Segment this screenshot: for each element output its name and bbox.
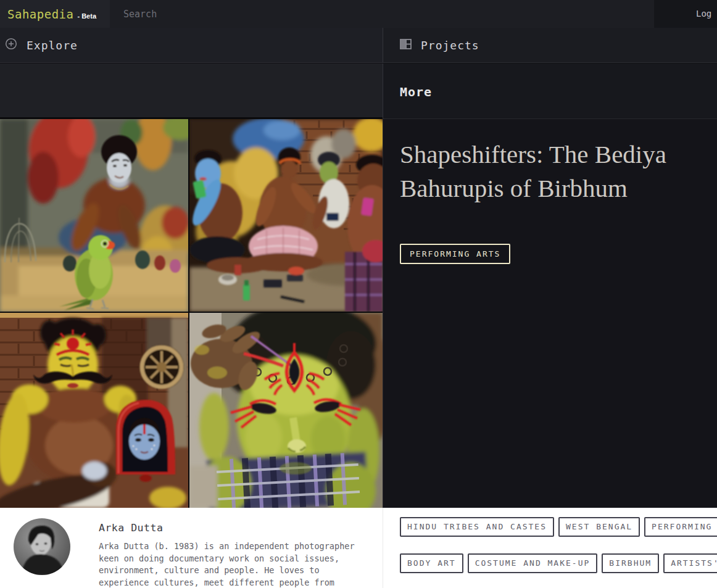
photo-performer-parrot[interactable] [0, 119, 188, 312]
tag-row: BODY ART COSTUME AND MAKE-UP BIRBHUM ART… [400, 553, 717, 573]
photo-makeup-group[interactable] [189, 119, 383, 312]
photo-child-third-eye[interactable] [189, 313, 383, 508]
author-name[interactable]: Arka Dutta [99, 522, 163, 534]
sahapedia-page: Sahapedia - Beta Log In Explore Projects… [0, 0, 717, 588]
tag-chip[interactable]: PERFORMING ARTS [644, 517, 717, 537]
sub-nav: Explore Projects [0, 28, 717, 63]
author-avatar [14, 518, 70, 575]
tag-chip[interactable]: BIRBHUM [602, 553, 659, 573]
bio-line: keen on doing documentary work on social… [99, 553, 355, 565]
top-bar: Sahapedia - Beta Log In [0, 0, 717, 28]
projects-nav[interactable]: Projects [383, 28, 717, 63]
bio-line: Arka Dutta (b. 1983) is an independent p… [99, 540, 355, 553]
photo-yellow-performer-mirror[interactable] [0, 313, 188, 508]
brand-name: Sahapedia [7, 7, 73, 21]
tag-chip[interactable]: ARTISTS' [663, 553, 717, 573]
category-chip[interactable]: PERFORMING ARTS [400, 244, 510, 264]
footer-divider [383, 508, 383, 588]
bio-line: environment, culture and people. He love… [99, 565, 355, 577]
tag-chip[interactable]: BODY ART [400, 553, 463, 573]
projects-label: Projects [421, 39, 479, 52]
beta-label: - Beta [77, 12, 96, 20]
article-title: Shapeshifters: The Bediya Bahurupis of B… [400, 138, 708, 205]
footer-section: Arka Dutta Arka Dutta (b. 1983) is an in… [0, 508, 717, 588]
more-nav[interactable]: More [383, 64, 717, 119]
projects-grid-icon [400, 39, 412, 52]
article-panel: Shapeshifters: The Bediya Bahurupis of B… [383, 119, 717, 508]
explore-label: Explore [27, 39, 78, 52]
tag-row: HINDU TRIBES AND CASTES WEST BENGAL PERF… [400, 517, 717, 537]
search-bar[interactable] [110, 0, 654, 28]
plus-circle-icon [5, 38, 17, 52]
tag-chip[interactable]: HINDU TRIBES AND CASTES [400, 517, 554, 537]
tag-chip[interactable]: WEST BENGAL [558, 517, 640, 537]
left-panel-spacer [0, 64, 383, 117]
photo-gallery [0, 117, 383, 508]
explore-nav[interactable]: Explore [0, 28, 383, 63]
bio-line: experience cultures, meet different peop… [99, 577, 355, 588]
author-bio: Arka Dutta (b. 1983) is an independent p… [99, 540, 355, 588]
more-label: More [400, 85, 717, 99]
tag-chip[interactable]: COSTUME AND MAKE-UP [468, 553, 598, 573]
login-link[interactable]: Log In [654, 0, 717, 28]
brand-logo[interactable]: Sahapedia - Beta [0, 0, 110, 28]
tag-list: HINDU TRIBES AND CASTES WEST BENGAL PERF… [400, 508, 717, 588]
search-input[interactable] [110, 8, 654, 20]
